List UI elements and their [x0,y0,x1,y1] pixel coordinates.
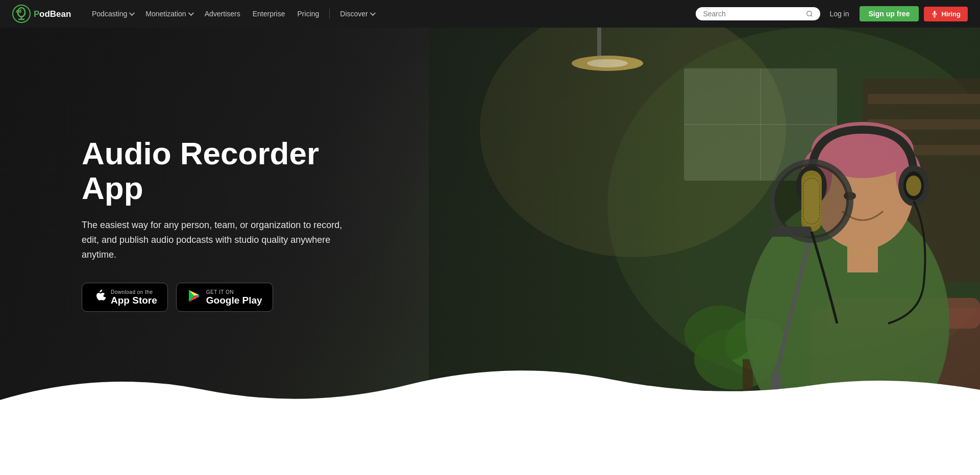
microphone-icon [931,10,938,17]
navbar: od P odBean Podcasting Monetization Adve… [0,0,980,28]
svg-point-9 [807,11,812,16]
signup-button[interactable]: Sign up free [860,6,919,21]
app-store-button[interactable]: Download on the App Store [82,283,168,312]
svg-text:odBean: odBean [39,9,71,19]
app-store-sub: Download on the [111,289,157,295]
below-hero-section [0,420,980,475]
apple-icon [92,288,106,306]
nav-item-enterprise[interactable]: Enterprise [248,7,290,21]
nav-item-advertisers[interactable]: Advertisers [200,7,246,21]
search-input[interactable] [703,10,802,18]
google-play-icon [187,289,201,306]
logo[interactable]: od P odBean [12,5,75,23]
hero-subtitle: The easiest way for any person, team, or… [82,218,347,262]
google-play-sub: GET IT ON [206,289,262,295]
chevron-down-icon [370,10,376,16]
nav-links: Podcasting Monetization Advertisers Ente… [87,7,692,21]
chevron-down-icon [188,10,193,16]
nav-item-monetization[interactable]: Monetization [140,7,197,21]
google-play-button[interactable]: GET IT ON Google Play [176,283,273,312]
nav-right: Log in Sign up free Hiring [824,6,968,21]
nav-item-podcasting[interactable]: Podcasting [87,7,138,21]
hero-title: Audio Recorder App [82,136,388,206]
svg-text:P: P [34,9,39,19]
nav-separator [329,9,330,19]
chevron-down-icon [129,10,135,16]
nav-item-discover[interactable]: Discover [335,7,379,21]
google-play-name: Google Play [206,295,262,305]
svg-text:od: od [16,9,21,14]
app-store-name: App Store [111,295,157,305]
hero-section: Audio Recorder App The easiest way for a… [0,28,980,420]
svg-rect-11 [934,11,936,14]
search-icon [806,10,813,17]
nav-item-pricing[interactable]: Pricing [292,7,325,21]
search-box[interactable] [696,7,820,20]
svg-line-10 [811,15,813,17]
store-buttons: Download on the App Store GET IT ON [82,283,388,312]
login-button[interactable]: Log in [824,7,854,21]
hiring-button[interactable]: Hiring [924,7,968,21]
hero-content: Audio Recorder App The easiest way for a… [82,136,388,312]
hero-wave [0,359,980,420]
